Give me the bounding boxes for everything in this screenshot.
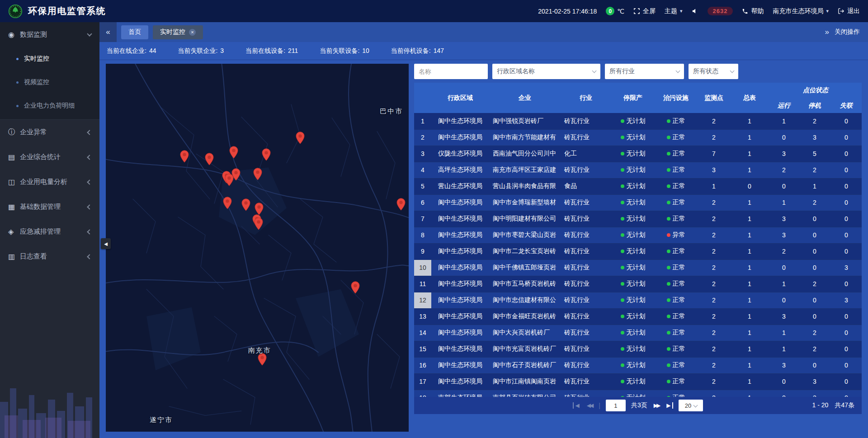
table-row[interactable]: 13阆中生态环境局阆中市金福旺页岩机砖砖瓦行业无计划正常21300 [414,308,862,325]
map-pin[interactable] [296,132,305,144]
map-pin[interactable] [255,203,264,215]
map-pin[interactable] [262,148,271,161]
region-filter-select[interactable]: 行政区域名称 [492,64,600,79]
close-tab-icon[interactable]: × [189,29,196,36]
map-pin[interactable] [396,198,406,211]
cell-meters: 1 [731,390,769,397]
sidebar-item-label: 企业用电量分析 [20,178,88,186]
table-row[interactable]: 15阆中生态环境局阆中市光富页岩机砖厂砖瓦行业无计划正常21120 [414,341,862,357]
row-number: 16 [414,357,431,373]
sidebar-collapse-button[interactable]: ◀ [101,238,111,249]
status-dot [667,119,670,123]
row-number: 17 [414,373,431,390]
sidebar-item-enterprise-statistics[interactable]: ▤企业综合统计 [0,145,99,170]
map-pin[interactable] [258,353,267,366]
table-row[interactable]: 4高坪生态环境局南充市高坪区王家店建砖瓦行业无计划正常31220 [414,162,862,178]
map-pin[interactable] [229,146,238,159]
cell-industry: 砖瓦行业 [561,243,611,259]
industry-filter-select[interactable]: 所有行业 [605,64,684,79]
sidebar-group-power-analysis: ◫企业用电量分析 [0,170,99,194]
row-number: 6 [414,194,431,211]
tabs-scroll-right-button[interactable]: » [825,28,829,37]
sidebar-item-log-view[interactable]: ▥日志查看 [0,244,99,269]
page-number-input[interactable]: 1 [606,400,626,411]
row-number: 4 [414,162,431,178]
sound-button[interactable] [692,8,698,14]
map-canvas[interactable]: 巴中市南充市遂宁市 [106,64,409,432]
chevron-down-icon [592,68,597,73]
logout-button[interactable]: 退出 [838,7,860,15]
cell-lost: 0 [830,227,862,243]
sidebar-item-base-data[interactable]: ▦基础数据管理 [0,194,99,219]
table-row[interactable]: 9阆中生态环境局阆中市二龙长宝页岩砖砖瓦行业无计划正常21200 [414,243,862,259]
cell-company: 阆中市金福旺页岩机砖 [489,308,561,325]
table-row[interactable]: 10阆中生态环境局阆中千佛镇五郎垭页岩砖瓦行业无计划正常21003 [414,259,862,276]
cell-facility-status: 正常 [655,259,697,276]
cell-points: 7 [697,146,731,162]
sidebar-subitem-realtime-monitoring[interactable]: 实时监控 [0,47,99,71]
tab-home[interactable]: 首页 [121,25,148,39]
cell-lost: 0 [830,113,862,129]
fullscreen-button[interactable]: 全屏 [633,7,656,15]
cell-industry: 砖瓦行业 [561,211,611,227]
cell-industry: 砖瓦行业 [561,113,611,129]
sidebar-item-data-monitoring[interactable]: ◉数据监测 [0,22,99,47]
sidebar-subitem-video-monitoring[interactable]: 视频监控 [0,71,99,94]
cell-limit-status: 无计划 [611,259,655,276]
last-page-button[interactable]: ▶ [665,402,673,409]
tab-realtime-monitoring[interactable]: 实时监控 × [153,25,203,39]
status-filter-select[interactable]: 所有状态 [689,64,738,79]
map-pin[interactable] [241,198,250,211]
chevron-down-icon [693,403,698,407]
table-row[interactable]: 16阆中生态环境局阆中市石子页岩机砖厂砖瓦行业无计划正常21300 [414,357,862,373]
sidebar-group-log-view: ▥日志查看 [0,244,99,269]
name-filter-input[interactable] [414,64,488,79]
map-pin[interactable] [223,197,232,209]
help-button[interactable]: 帮助 [742,7,764,15]
enterprise-table-panel: 行政区域名称 所有行业 所有状态 [414,64,862,414]
row-number: 1 [414,113,431,129]
sidebar-subitem-power-load-detail[interactable]: 企业电力负荷明细 [0,94,99,118]
table-row[interactable]: 11阆中生态环境局阆中市五马桥页岩机砖砖瓦行业无计划正常21120 [414,276,862,292]
next-page-button[interactable]: ▶▶ [653,402,660,409]
cell-limit-status: 无计划 [611,178,655,194]
cell-region: 阆中生态环境局 [431,357,489,373]
tabs-scroll-left-button[interactable]: « [99,22,117,42]
cell-region: 阆中生态环境局 [431,276,489,292]
sidebar-item-power-analysis[interactable]: ◫企业用电量分析 [0,170,99,194]
sidebar-item-emergency-reduction[interactable]: ◈应急减排管理 [0,219,99,244]
sidebar-group-enterprise-abnormal: ⓘ企业异常 [0,120,99,145]
map-pin[interactable] [180,150,189,163]
map-pin[interactable] [205,153,214,165]
table-row[interactable]: 3仪陇生态环境局西南油气田分公司川中化工无计划正常71350 [414,146,862,162]
cell-facility-status: 正常 [655,146,697,162]
map-pin[interactable] [254,217,263,230]
sidebar-item-enterprise-abnormal[interactable]: ⓘ企业异常 [0,120,99,145]
org-dropdown[interactable]: 南充市生态环境局 ▾ [773,7,829,15]
total-pages-label: 共3页 [631,401,647,410]
prev-page-button[interactable]: ◀◀ [586,402,593,409]
cell-company: 西南油气田分公司川中 [489,146,561,162]
page-size-select[interactable]: 20 [679,400,703,411]
close-operations-button[interactable]: 关闭操作 [835,28,860,36]
table-row[interactable]: 8阆中生态环境局阆中市枣碧大梁山页岩砖瓦行业无计划异常21300 [414,227,862,243]
theme-dropdown[interactable]: 主题 ▾ [665,7,683,15]
table-row[interactable]: 18南部生态环境局南部县页岩砖有限公司砖瓦行业无计划正常21030 [414,390,862,397]
table-row[interactable]: 1阆中生态环境局阆中强锐页岩砖厂砖瓦行业无计划正常21120 [414,113,862,129]
cell-limit-status: 无计划 [611,325,655,341]
table-row[interactable]: 17阆中生态环境局阆中市江南镇阆南页岩砖瓦行业无计划正常21030 [414,373,862,390]
alarm-count-badge[interactable]: 2632 [708,7,733,15]
map-pin-layer: 巴中市南充市遂宁市 [106,64,409,432]
table-row[interactable]: 2阆中生态环境局阆中市南方节能建材有砖瓦行业无计划正常21030 [414,129,862,146]
table-row[interactable]: 12阆中生态环境局阆中市忠信建材有限公砖瓦行业无计划正常21003 [414,292,862,308]
table-row[interactable]: 7阆中生态环境局阆中明阳建材有限公司砖瓦行业无计划正常21300 [414,211,862,227]
table-row[interactable]: 6阆中生态环境局阆中市金博瑞新型墙材砖瓦行业无计划正常21120 [414,194,862,211]
sidebar-group-emergency-reduction: ◈应急减排管理 [0,219,99,244]
first-page-button[interactable]: ◀ [573,402,580,409]
map-pin[interactable] [253,168,262,180]
map-pin[interactable] [351,281,360,294]
status-dot [621,315,624,318]
table-row[interactable]: 5营山生态环境局营山县润丰肉食品有限食品无计划正常10010 [414,178,862,194]
map-pin[interactable] [225,174,234,186]
table-row[interactable]: 14阆中生态环境局阆中大兴页岩机砖厂砖瓦行业无计划正常21120 [414,325,862,341]
